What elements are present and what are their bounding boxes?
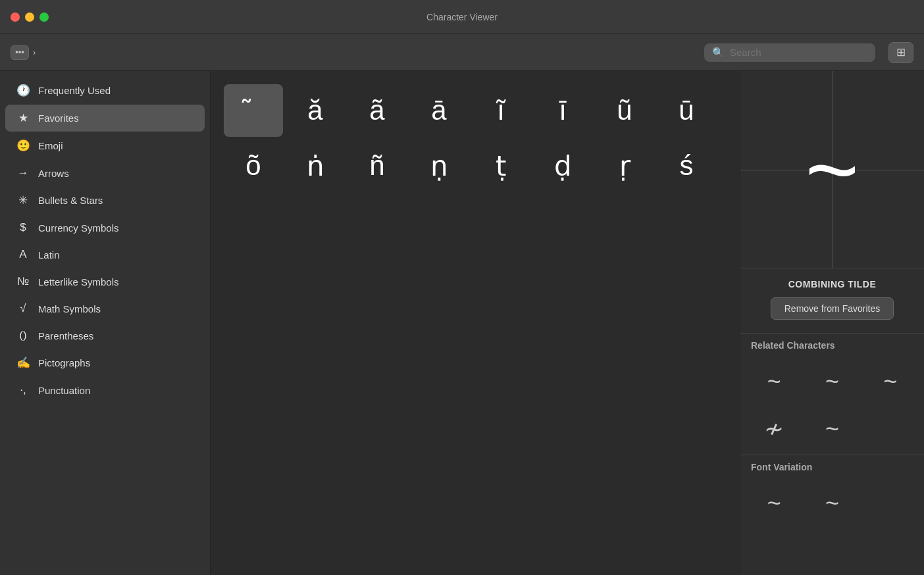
char-cell[interactable]: ā xyxy=(409,84,469,137)
math-symbols-icon: √ xyxy=(16,302,30,315)
sidebar-item-parentheses[interactable]: ()Parentheses xyxy=(5,322,205,349)
font-var-cell[interactable] xyxy=(804,528,860,574)
related-char-cell[interactable]: ≁ xyxy=(746,406,802,452)
sidebar-item-letterlike-symbols[interactable]: №Letterlike Symbols xyxy=(5,268,205,295)
titlebar-buttons xyxy=(11,12,49,22)
char-cell[interactable]: ã xyxy=(347,84,407,137)
font-var-cell[interactable] xyxy=(746,528,802,574)
favorites-icon: ★ xyxy=(16,111,30,125)
search-bar[interactable]: 🔍 xyxy=(704,43,875,62)
char-cell[interactable]: ñ xyxy=(347,139,407,192)
character-grid-area: ̃ăãāĩīũūẽõṅñṇṭḍṛśṣ xyxy=(211,71,740,575)
bullets-stars-icon: ✳ xyxy=(16,193,30,207)
font-var-cell[interactable] xyxy=(862,480,919,526)
emoji-icon: 🙂 xyxy=(16,139,30,153)
char-cell[interactable]: ḍ xyxy=(533,139,592,192)
sidebar-item-label: Punctuation xyxy=(38,385,90,396)
related-characters-label: Related Characters xyxy=(740,333,924,356)
char-cell[interactable]: ṣ xyxy=(719,139,740,192)
toolbar-left: ••• › xyxy=(11,45,36,60)
char-cell[interactable]: ṅ xyxy=(286,139,345,192)
latin-icon: A xyxy=(16,248,30,261)
related-characters-grid: ~~~≁~ xyxy=(740,356,924,455)
sidebar-item-label: Bullets & Stars xyxy=(38,195,103,206)
sidebar-item-label: Latin xyxy=(38,249,60,261)
sidebar-item-frequently-used[interactable]: 🕐Frequently Used xyxy=(5,77,205,104)
character-grid: ̃ăãāĩīũūẽõṅñṇṭḍṛśṣ xyxy=(224,84,727,192)
window-title: Character Viewer xyxy=(426,12,498,22)
character-preview: ~ xyxy=(740,71,924,268)
related-char-cell[interactable] xyxy=(862,406,919,452)
sidebar-item-pictographs[interactable]: ✍Pictographs xyxy=(5,349,205,376)
sidebar-item-emoji[interactable]: 🙂Emoji xyxy=(5,132,205,159)
sidebar-item-label: Math Symbols xyxy=(38,303,101,314)
sidebar-item-label: Parentheses xyxy=(38,330,93,341)
sidebar-item-label: Pictographs xyxy=(38,357,90,368)
search-input[interactable] xyxy=(730,47,867,58)
pictographs-icon: ✍ xyxy=(16,356,30,370)
search-icon: 🔍 xyxy=(712,47,725,59)
font-variation-label: Font Variation xyxy=(740,455,924,478)
remove-from-favorites-button[interactable]: Remove from Favorites xyxy=(771,297,894,320)
sidebar-item-punctuation[interactable]: ·,Punctuation xyxy=(5,377,205,403)
more-options-button[interactable]: ••• xyxy=(11,45,29,60)
font-var-cell[interactable] xyxy=(862,528,919,574)
grid-view-button[interactable]: ⊞ xyxy=(888,42,913,63)
font-variation-grid: ~~ xyxy=(740,478,924,575)
char-cell[interactable]: ś xyxy=(657,139,716,192)
sidebar-item-label: Favorites xyxy=(38,113,79,124)
chevron-icon[interactable]: › xyxy=(33,47,36,57)
arrows-icon: → xyxy=(16,166,30,180)
sidebar-item-label: Frequently Used xyxy=(38,85,111,96)
grid-icon: ⊞ xyxy=(896,45,906,59)
char-cell[interactable]: ṭ xyxy=(471,139,530,192)
main-layout: 🕐Frequently Used★Favorites🙂Emoji→Arrows✳… xyxy=(0,71,924,575)
font-var-cell[interactable]: ~ xyxy=(804,480,860,526)
sidebar-item-math-symbols[interactable]: √Math Symbols xyxy=(5,295,205,322)
preview-character: ~ xyxy=(806,116,860,223)
sidebar-item-bullets-stars[interactable]: ✳Bullets & Stars xyxy=(5,187,205,214)
right-panel: ~ COMBINING TILDE Remove from Favorites … xyxy=(740,71,924,575)
letterlike-symbols-icon: № xyxy=(16,275,30,288)
frequently-used-icon: 🕐 xyxy=(16,84,30,97)
sidebar: 🕐Frequently Used★Favorites🙂Emoji→Arrows✳… xyxy=(0,71,211,575)
char-cell[interactable]: ă xyxy=(286,84,345,137)
close-button[interactable] xyxy=(11,12,20,22)
sidebar-item-label: Arrows xyxy=(38,168,69,179)
sidebar-item-arrows[interactable]: →Arrows xyxy=(5,160,205,186)
font-var-cell[interactable]: ~ xyxy=(746,480,802,526)
related-char-cell[interactable]: ~ xyxy=(862,359,919,405)
punctuation-icon: ·, xyxy=(16,384,30,397)
related-char-cell[interactable]: ~ xyxy=(746,359,802,405)
char-cell[interactable]: ī xyxy=(533,84,592,137)
toolbar: ••• › 🔍 ⊞ xyxy=(0,34,924,71)
character-name: COMBINING TILDE xyxy=(778,268,887,297)
sidebar-item-label: Currency Symbols xyxy=(38,222,119,234)
char-cell[interactable]: ū xyxy=(657,84,716,137)
sidebar-item-latin[interactable]: ALatin xyxy=(5,241,205,268)
currency-symbols-icon: $ xyxy=(16,221,30,234)
char-cell[interactable]: ̃ xyxy=(224,84,283,137)
maximize-button[interactable] xyxy=(39,12,49,22)
char-cell[interactable]: ĩ xyxy=(471,84,530,137)
char-cell[interactable]: ẽ xyxy=(719,84,740,137)
sidebar-item-label: Letterlike Symbols xyxy=(38,276,119,288)
related-char-cell[interactable]: ~ xyxy=(804,406,860,452)
char-cell[interactable]: ũ xyxy=(595,84,654,137)
sidebar-item-label: Emoji xyxy=(38,140,63,151)
titlebar: Character Viewer xyxy=(0,0,924,34)
sidebar-item-favorites[interactable]: ★Favorites xyxy=(5,105,205,132)
sidebar-item-currency-symbols[interactable]: $Currency Symbols xyxy=(5,214,205,241)
parentheses-icon: () xyxy=(16,329,30,342)
char-cell[interactable]: õ xyxy=(224,139,283,192)
minimize-button[interactable] xyxy=(25,12,34,22)
char-cell[interactable]: ṛ xyxy=(595,139,654,192)
char-cell[interactable]: ṇ xyxy=(409,139,469,192)
related-char-cell[interactable]: ~ xyxy=(804,359,860,405)
